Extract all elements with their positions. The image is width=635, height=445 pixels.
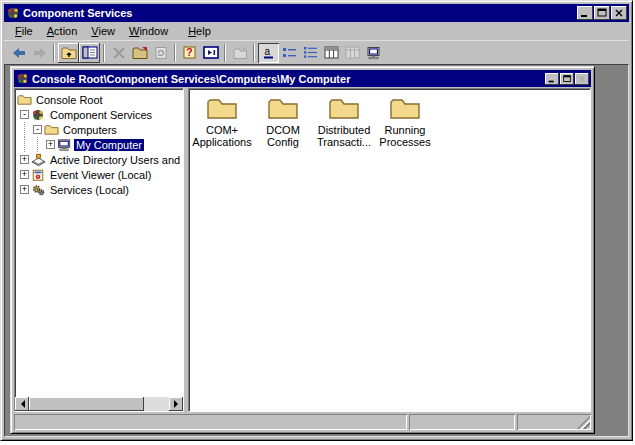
tree-item-active-directory[interactable]: + Active Directory Users and Compu	[17, 152, 183, 167]
tree-item-label: Component Services	[48, 109, 154, 121]
computer-icon	[57, 138, 72, 152]
expand-box-icon[interactable]: +	[46, 140, 55, 149]
tree-item-label: Computers	[61, 124, 119, 136]
mdi-client-area: Console Root\Component Services\Computer…	[4, 64, 629, 437]
list-item-label: COM+ Applications	[192, 124, 251, 148]
console-titlebar[interactable]: Console Root\Component Services\Computer…	[14, 70, 591, 87]
export-list-icon	[203, 46, 219, 59]
tree-item-event-viewer[interactable]: + Event Viewer (Local)	[17, 167, 183, 182]
console-child-window: Console Root\Component Services\Computer…	[10, 66, 595, 434]
export-list-button[interactable]	[200, 43, 221, 63]
help-icon: ?	[182, 45, 198, 60]
list-item-dcom-config[interactable]: DCOM Config	[254, 95, 312, 148]
menu-action[interactable]: Action	[40, 24, 85, 38]
tree-item-label: Services (Local)	[48, 184, 131, 196]
tree-item-label: Event Viewer (Local)	[48, 169, 153, 181]
svg-text:a: a	[264, 46, 270, 57]
computer-toolbar-button[interactable]	[363, 43, 384, 63]
expand-box-icon[interactable]: +	[20, 155, 29, 164]
tree-item-services[interactable]: + Services (Local)	[17, 182, 183, 197]
help-button[interactable]: ?	[179, 43, 200, 63]
list-item-distributed-transactions[interactable]: Distributed Transacti...	[315, 95, 373, 148]
console-tree: Console Root - Component Services - Comp…	[15, 89, 183, 397]
scroll-right-icon	[174, 400, 182, 408]
list-item-running-processes[interactable]: Running Processes	[376, 95, 434, 148]
up-folder-icon	[61, 46, 77, 60]
directory-icon	[31, 153, 46, 167]
folder-icon	[17, 93, 32, 107]
list-item-label: Running Processes	[379, 124, 430, 148]
tree-item-computers[interactable]: - Computers	[17, 122, 183, 137]
list-view-button[interactable]	[300, 43, 321, 63]
tree-item-label: Active Directory Users and Compu	[48, 154, 183, 166]
list-view-icon	[303, 46, 318, 59]
tree-item-component-services[interactable]: - Component Services	[17, 107, 183, 122]
console-maximize-button[interactable]	[560, 73, 574, 85]
collapse-box-icon[interactable]: -	[20, 110, 29, 119]
properties-icon	[132, 46, 148, 60]
maximize-button[interactable]	[594, 6, 610, 20]
expand-box-icon[interactable]: +	[20, 185, 29, 194]
small-icons-icon	[282, 46, 297, 59]
menu-file[interactable]: File	[8, 24, 40, 38]
console-body: Console Root - Component Services - Comp…	[14, 88, 591, 412]
app-icon	[6, 6, 20, 20]
refresh-icon	[154, 46, 168, 60]
console-list-pane: COM+ Applications DCOM Config Distribute…	[188, 88, 591, 412]
services-gears-icon	[31, 183, 46, 197]
refresh-button[interactable]	[150, 43, 171, 63]
menu-help[interactable]: Help	[181, 24, 218, 38]
large-icons-icon: a	[262, 45, 276, 60]
scroll-right-button[interactable]	[169, 397, 183, 411]
menu-view[interactable]: View	[84, 24, 122, 38]
tree-item-my-computer[interactable]: + My Computer	[17, 137, 183, 152]
details-view-button[interactable]	[321, 43, 342, 63]
tree-item-label: Console Root	[34, 94, 105, 106]
console-tree-icon	[82, 46, 98, 59]
show-hide-console-tree-button[interactable]	[79, 43, 100, 63]
folder-icon	[44, 123, 59, 137]
forward-button[interactable]	[29, 43, 50, 63]
back-icon	[11, 45, 27, 61]
list-item-label: DCOM Config	[254, 124, 312, 148]
console-close-button-disabled[interactable]	[575, 73, 589, 85]
customize-view-button[interactable]	[342, 43, 363, 63]
computer-icon	[366, 46, 382, 60]
menu-bar: File Action View Window Help	[4, 22, 629, 40]
console-statusbar	[14, 414, 591, 430]
folder-icon	[389, 95, 421, 121]
scrollbar-thumb[interactable]	[29, 397, 144, 411]
customize-view-icon	[345, 46, 360, 59]
list-item-com-applications[interactable]: COM+ Applications	[193, 95, 251, 148]
minimize-button[interactable]	[577, 6, 593, 20]
small-icons-button[interactable]	[279, 43, 300, 63]
list-item-label: Distributed Transacti...	[317, 124, 371, 148]
menu-window[interactable]: Window	[122, 24, 175, 38]
resize-grip[interactable]	[577, 416, 590, 429]
scroll-left-button[interactable]	[15, 397, 29, 411]
delete-button[interactable]	[108, 43, 129, 63]
toolbar-separator	[174, 44, 176, 62]
up-one-level-button[interactable]	[58, 43, 79, 63]
console-minimize-button[interactable]	[545, 73, 559, 85]
delete-x-icon	[112, 46, 126, 60]
toolbar-separator	[224, 44, 226, 62]
collapse-box-icon[interactable]: -	[33, 125, 42, 134]
forward-icon	[32, 45, 48, 61]
tree-indent-line	[24, 137, 38, 152]
toolbar-separator	[53, 44, 55, 62]
large-icons-button[interactable]: a	[258, 43, 279, 63]
scrollbar-track[interactable]	[144, 397, 169, 411]
event-viewer-icon	[31, 168, 46, 182]
back-button[interactable]	[8, 43, 29, 63]
tree-item-console-root[interactable]: Console Root	[17, 92, 183, 107]
close-button[interactable]	[611, 6, 627, 20]
new-window-button[interactable]	[229, 43, 250, 63]
window-titlebar[interactable]: Component Services	[4, 4, 629, 22]
expand-box-icon[interactable]: +	[20, 170, 29, 179]
properties-button[interactable]	[129, 43, 150, 63]
tree-horizontal-scrollbar[interactable]	[15, 397, 183, 411]
folder-icon	[206, 95, 238, 121]
toolbar-separator	[103, 44, 105, 62]
svg-text:?: ?	[186, 46, 193, 58]
